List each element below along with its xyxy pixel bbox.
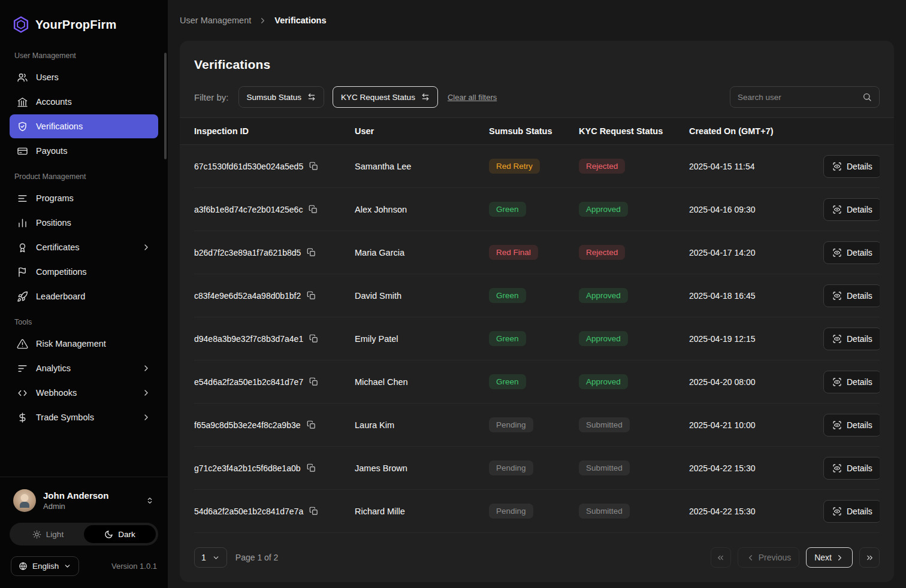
user-role: Admin [43,502,108,511]
user-name: Samantha Lee [355,162,489,171]
sidebar-item-programs[interactable]: Programs [10,186,158,210]
copy-icon[interactable] [309,334,318,343]
details-button[interactable]: Details [823,371,880,393]
sidebar-item-analytics[interactable]: Analytics [10,356,158,380]
details-button[interactable]: Details [823,155,880,178]
language-selector[interactable]: English [11,556,79,576]
details-label: Details [847,420,872,430]
user-menu[interactable]: John Anderson Admin [10,488,158,523]
next-page-button[interactable]: Next [806,547,853,568]
theme-light-option[interactable]: Light [12,525,84,543]
column-header-sumsub-status: Sumsub Status [489,126,579,136]
sumsub-status-filter[interactable]: Sumsub Status [238,86,325,108]
details-button[interactable]: Details [823,457,880,480]
details-icon [832,162,842,171]
search-box [730,86,880,108]
users-icon [17,72,28,83]
details-label: Details [847,248,872,257]
brand-logo-icon [12,16,30,34]
theme-dark-option[interactable]: Dark [84,525,156,543]
sidebar-item-certificates[interactable]: Certificates [10,235,158,259]
inspection-id: g71c2e3f4a2b1c5f6d8e1a0b [194,463,301,473]
copy-icon[interactable] [307,420,316,429]
created-on: 2025-04-22 15:30 [689,463,823,473]
double-chevron-right-icon [865,553,874,562]
sidebar-item-users[interactable]: Users [10,65,158,89]
last-page-button[interactable] [859,547,880,568]
sidebar-item-accounts[interactable]: Accounts [10,90,158,114]
created-on: 2025-04-21 10:00 [689,420,823,430]
search-input[interactable] [738,93,857,102]
first-page-button[interactable] [711,547,731,568]
breadcrumb-parent[interactable]: User Management [180,16,251,25]
sidebar-item-trade-symbols[interactable]: Trade Symbols [10,405,158,429]
version-label: Version 1.0.1 [111,562,157,571]
verifications-card: Verifications Filter by: Sumsub Status K… [180,41,894,582]
chevron-right-icon [141,243,151,252]
leaderboard-icon [17,291,28,302]
details-button[interactable]: Details [823,328,880,350]
user-name: Richard Mille [355,507,489,516]
sidebar-item-label: Accounts [36,97,72,107]
sidebar-item-verifications[interactable]: Verifications [10,114,158,138]
table-row: g71c2e3f4a2b1c5f6d8e1a0b James Brown Pen… [194,447,880,490]
double-chevron-left-icon [716,553,725,562]
created-on: 2025-04-16 09:30 [689,205,823,214]
sidebar: YourPropFirm User Management Users Accou… [0,0,168,588]
breadcrumb: User Management Verifications [180,0,894,41]
details-button[interactable]: Details [823,414,880,437]
copy-icon[interactable] [307,291,316,300]
theme-light-label: Light [46,530,64,539]
kyc-status-badge: Approved [579,202,628,217]
previous-page-button[interactable]: Previous [738,547,799,568]
details-button[interactable]: Details [823,284,880,307]
sumsub-status-badge: Red Retry [489,159,540,174]
details-button[interactable]: Details [823,198,880,221]
page-info: Page 1 of 2 [235,553,279,562]
breadcrumb-chevron-icon [258,16,267,25]
copy-icon[interactable] [309,162,318,171]
details-label: Details [847,507,872,516]
user-name: John Anderson [43,490,108,501]
sidebar-item-webhooks[interactable]: Webhooks [10,381,158,405]
sidebar-item-risk-management[interactable]: Risk Management [10,332,158,356]
sumsub-status-badge: Green [489,331,526,346]
kyc-request-status-filter[interactable]: KYC Request Status [333,86,438,108]
details-icon [832,420,842,430]
user-name: James Brown [355,463,489,473]
sidebar-item-payouts[interactable]: Payouts [10,139,158,163]
details-icon [832,205,842,214]
inspection-id: d94e8a3b9e32f7c8b3d7a4e1 [194,334,303,344]
table-row: 67c1530fd61d530e024a5ed5 Samantha Lee Re… [194,145,880,188]
filter-label: KYC Request Status [341,93,415,102]
copy-icon[interactable] [309,205,318,214]
details-button[interactable]: Details [823,241,880,264]
sidebar-item-positions[interactable]: Positions [10,211,158,235]
copy-icon[interactable] [309,377,318,386]
details-icon [832,291,842,301]
sidebar-item-label: Webhooks [36,388,77,398]
globe-icon [19,562,28,571]
clear-all-filters-link[interactable]: Clear all filters [448,93,497,102]
copy-icon[interactable] [309,507,318,516]
copy-icon[interactable] [307,248,316,257]
copy-icon[interactable] [307,463,316,472]
details-button[interactable]: Details [823,500,880,523]
sidebar-footer: John Anderson Admin Light Dark [0,477,168,588]
sidebar-item-competitions[interactable]: Competitions [10,260,158,284]
sidebar-item-leaderboard[interactable]: Leaderboard [10,284,158,308]
payouts-icon [17,146,28,157]
sidebar-item-label: Trade Symbols [36,413,94,422]
page-size-select[interactable]: 1 [194,547,227,568]
sidebar-scrollbar[interactable] [164,53,167,159]
avatar [13,489,36,512]
sidebar-item-label: Certificates [36,243,80,252]
created-on: 2025-04-17 14:20 [689,248,823,257]
competitions-icon [17,266,28,278]
kyc-status-badge: Submitted [579,504,630,519]
sumsub-status-badge: Green [489,202,526,217]
inspection-id: f65a9c8d5b3e2e4f8c2a9b3e [194,420,301,430]
main-content: User Management Verifications Verificati… [168,0,906,588]
details-label: Details [847,291,872,301]
verifications-icon [17,121,28,132]
